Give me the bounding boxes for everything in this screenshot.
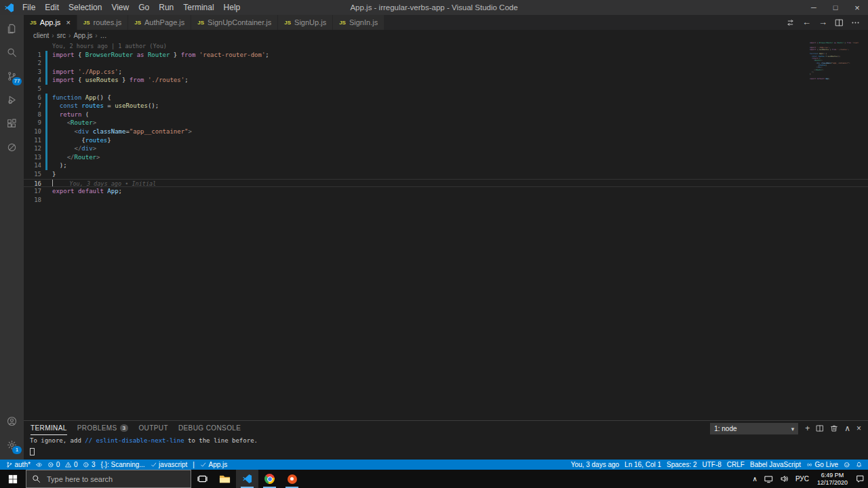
taskbar-file-explorer[interactable] — [214, 470, 236, 488]
menu-file[interactable]: File — [18, 0, 40, 15]
code-line-9[interactable]: 9 <Router> — [24, 119, 868, 127]
new-terminal-icon[interactable]: + — [805, 424, 810, 433]
breadcrumb-item-src[interactable]: src — [57, 32, 66, 39]
status-eslint-status[interactable]: javascript — [148, 460, 191, 470]
activitybar-extension-view[interactable] — [0, 136, 24, 159]
terminal-output[interactable]: To ignore, add // eslint-disable-next-li… — [24, 436, 868, 455]
code-line-2[interactable]: 2 — [24, 59, 868, 68]
status-gitlens-blame-toggle[interactable] — [33, 460, 45, 470]
breadcrumb-item-Appjs[interactable]: App.js — [73, 32, 92, 39]
forward-icon[interactable]: → — [818, 18, 827, 27]
status-language-mode[interactable]: Babel JavaScript — [747, 460, 804, 470]
volume-icon[interactable] — [776, 470, 792, 488]
status-prettier-status[interactable]: App.js — [197, 460, 230, 470]
tab-SignUpContainer.js[interactable]: JSSignUpContainer.js — [191, 15, 278, 30]
menu-help[interactable]: Help — [219, 0, 245, 15]
close-panel-icon[interactable]: × — [856, 424, 861, 433]
minimap[interactable]: import { BrowserRouter as Router } from … — [810, 42, 859, 82]
activitybar-manage-settings[interactable]: 1 — [0, 433, 24, 457]
menu-edit[interactable]: Edit — [40, 0, 64, 15]
activitybar-explorer[interactable] — [0, 17, 24, 41]
close-icon[interactable]: × — [846, 0, 868, 15]
status-encoding[interactable]: UTF-8 — [700, 460, 724, 470]
code-line-5[interactable]: 5 — [24, 85, 868, 94]
maximize-panel-icon[interactable]: ∧ — [844, 424, 850, 433]
activitybar-accounts[interactable] — [0, 409, 24, 433]
tab-SignIn.js[interactable]: JSSignIn.js — [333, 15, 384, 30]
search-input[interactable] — [45, 474, 163, 484]
network-icon[interactable] — [761, 470, 776, 488]
taskbar-screen-recorder[interactable] — [281, 470, 303, 488]
code-line-11[interactable]: 11 {routes} — [24, 136, 868, 145]
menu-run[interactable]: Run — [154, 0, 178, 15]
status-blame-info[interactable]: You, 3 days ago — [568, 460, 622, 470]
code-line-7[interactable]: 7 const routes = useRoutes(); — [24, 102, 868, 110]
hidden-icons-chevron[interactable]: ∧ — [749, 470, 761, 488]
breadcrumb-item-client[interactable]: client — [33, 32, 49, 39]
code-line-6[interactable]: 6function App() { — [24, 94, 868, 102]
status-infos[interactable]: 3 — [80, 460, 98, 470]
status-notifications[interactable] — [853, 460, 865, 470]
taskbar-chrome[interactable] — [258, 470, 281, 488]
tab-routes.js[interactable]: JSroutes.js — [77, 15, 128, 30]
status-go-live[interactable]: Go Live — [804, 460, 841, 470]
code-line-18[interactable]: 18 — [24, 196, 868, 205]
notification-center-icon[interactable] — [852, 470, 868, 488]
maximize-icon[interactable]: □ — [825, 0, 846, 15]
menu-terminal[interactable]: Terminal — [178, 0, 218, 15]
code-line-12[interactable]: 12 </div> — [24, 144, 868, 153]
split-terminal-icon[interactable] — [816, 424, 824, 432]
inline-blame: You, 3 days ago • Initial — [53, 180, 156, 187]
language-indicator[interactable]: РУС — [792, 470, 812, 488]
code-line-14[interactable]: 14 ); — [24, 161, 868, 170]
codelens-blame[interactable]: You, 2 hours ago | 1 author (You) — [24, 42, 868, 51]
back-icon[interactable]: ← — [802, 18, 811, 27]
status-feedback[interactable] — [841, 460, 853, 470]
line-number: 15 — [24, 170, 41, 179]
taskbar-vscode[interactable] — [236, 470, 258, 488]
open-changes-icon[interactable] — [786, 18, 795, 27]
minimize-icon[interactable]: ─ — [803, 0, 825, 15]
code-line-17[interactable]: 17export default App; — [24, 187, 868, 196]
status-eol-sequence[interactable]: CRLF — [724, 460, 747, 470]
close-icon[interactable]: × — [66, 18, 70, 26]
split-editor-icon[interactable] — [835, 18, 844, 27]
menu-selection[interactable]: Selection — [64, 0, 106, 15]
clock[interactable]: 6:49 PM 12/17/2020 — [812, 470, 852, 488]
taskbar-search[interactable] — [26, 470, 191, 488]
menu-view[interactable]: View — [106, 0, 134, 15]
more-actions-icon[interactable] — [851, 18, 860, 27]
panel-tab-debug-console[interactable]: DEBUG CONSOLE — [178, 422, 241, 435]
code-line-16[interactable]: 16You, 3 days ago • Initial — [24, 179, 868, 188]
tab-App.js[interactable]: JSApp.js× — [24, 15, 77, 30]
terminal-shell-select[interactable]: 1: node ▾ — [710, 423, 798, 434]
menu-go[interactable]: Go — [134, 0, 154, 15]
panel-tab-output[interactable]: OUTPUT — [138, 422, 168, 435]
code-line-10[interactable]: 10 <div className="app__container"> — [24, 127, 868, 136]
code-line-3[interactable]: 3import './App.css'; — [24, 68, 868, 77]
status-git-branch[interactable]: auth* — [3, 460, 33, 470]
panel-tab-terminal[interactable]: TERMINAL — [31, 422, 67, 435]
tab-AuthPage.js[interactable]: JSAuthPage.js — [128, 15, 191, 30]
tab-SignUp.js[interactable]: JSSignUp.js — [278, 15, 333, 30]
code-line-4[interactable]: 4import { useRoutes } from './routes'; — [24, 76, 868, 85]
code-line-1[interactable]: 1import { BrowserRouter as Router } from… — [24, 51, 868, 60]
code-line-8[interactable]: 8 return ( — [24, 110, 868, 119]
code-line-13[interactable]: 13 </Router> — [24, 153, 868, 162]
status-cursor-position[interactable]: Ln 16, Col 1 — [622, 460, 664, 470]
activitybar-source-control[interactable]: 77 — [0, 64, 24, 88]
kill-terminal-icon[interactable] — [830, 424, 838, 432]
activitybar-search[interactable] — [0, 41, 24, 64]
code-line-15[interactable]: 15} — [24, 170, 868, 179]
status-indentation[interactable]: Spaces: 2 — [664, 460, 699, 470]
status-spell-checker[interactable]: {.}: Scanning... — [98, 460, 148, 470]
activitybar-run-and-debug[interactable] — [0, 88, 24, 112]
panel-tab-problems[interactable]: PROBLEMS3 — [77, 422, 129, 435]
start-button[interactable] — [0, 470, 26, 488]
activitybar-extensions[interactable] — [0, 112, 24, 136]
code-editor[interactable]: You, 2 hours ago | 1 author (You)1import… — [24, 41, 868, 420]
taskbar-task-view[interactable] — [191, 470, 214, 488]
breadcrumb-item-[interactable]: … — [100, 32, 107, 39]
status-errors[interactable]: 0 — [45, 460, 62, 470]
status-warnings[interactable]: 0 — [62, 460, 80, 470]
